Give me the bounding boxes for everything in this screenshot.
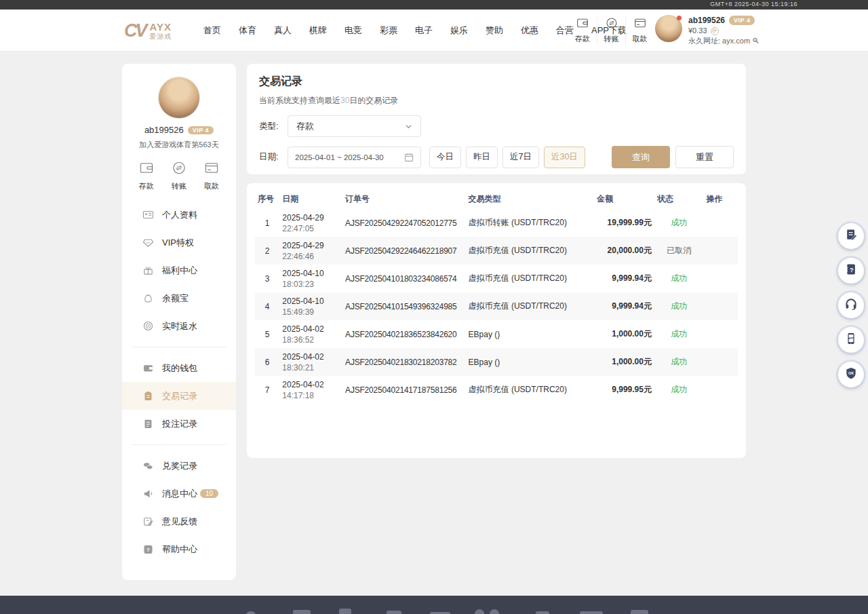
unread-count-badge: 10	[200, 489, 218, 498]
gift-icon	[142, 265, 154, 276]
cell-status: 成功	[654, 265, 704, 292]
security-ok-float-button[interactable]: OK	[838, 362, 864, 387]
profile-avatar[interactable]	[158, 77, 200, 119]
range-button-今日[interactable]: 今日	[429, 147, 461, 168]
date-range-input[interactable]: 2025-04-01 ~ 2025-04-30	[288, 147, 421, 168]
range-button-近30日[interactable]: 近30日	[544, 147, 585, 168]
transactions-table: 序号日期订单号交易类型金额状态操作 12025-04-2922:47:05AJS…	[255, 189, 738, 404]
cell-type: EBpay ()	[466, 320, 595, 348]
sidebar-action-转账[interactable]: 转账	[171, 161, 187, 191]
search-icon[interactable]: 🔍︎	[752, 36, 760, 46]
cell-amount: 20,000.00元	[594, 237, 654, 265]
main-nav: 首页体育真人棋牌电竞彩票电子娱乐赞助优惠合营APP下载	[203, 9, 627, 52]
cell-order-no: AJSF202504101803234086574	[342, 265, 466, 292]
cell-status: 成功	[654, 348, 704, 376]
sidebar-item-我的钱包[interactable]: 我的钱包	[122, 354, 236, 382]
cell-amount: 19,999.99元	[594, 209, 654, 237]
sidebar-item-帮助中心[interactable]: ?帮助中心	[122, 535, 236, 563]
sidebar-item-意见反馈[interactable]: 意见反馈	[122, 507, 236, 535]
partner-logo	[580, 611, 603, 614]
nav-item-9[interactable]: 赞助	[486, 24, 503, 37]
header-quick-actions: 存款转账取款	[568, 17, 654, 45]
feedback-icon	[142, 516, 154, 527]
sidebar-item-余额宝[interactable]: 余额宝	[122, 284, 236, 312]
partner-logo	[490, 609, 499, 614]
svg-text:?: ?	[146, 547, 150, 553]
cell-order-no: AJSF202504021836523842620	[342, 320, 466, 348]
table-row: 42025-04-1015:49:39AJSF20250410154939632…	[255, 292, 738, 320]
cell-operation	[704, 348, 738, 376]
nav-item-2[interactable]: 体育	[239, 24, 256, 37]
sidebar-item-消息中心[interactable]: 消息中心10	[122, 480, 236, 507]
profile-username: ab199526	[144, 125, 184, 135]
brand-logo[interactable]: CV AYX 爱游戏	[124, 19, 172, 42]
nav-item-10[interactable]: 优惠	[521, 24, 538, 37]
phone-app-icon: APP	[844, 332, 858, 348]
sidebar-action-存款[interactable]: 存款	[138, 161, 155, 191]
cell-operation	[704, 237, 738, 265]
vip-badge: VIP 4	[729, 16, 755, 25]
filter-card: 交易记录 当前系统支持查询最近30日的交易记录 类型: 存款 日期: 2025-…	[247, 64, 746, 174]
brand-logo-icon: CV	[124, 19, 146, 42]
table-row: 12025-04-2922:47:05AJSF20250429224705201…	[255, 209, 738, 237]
nav-item-8[interactable]: 娱乐	[450, 24, 468, 37]
partner-logo	[475, 609, 484, 614]
header-action-转账[interactable]: 转账	[597, 17, 625, 45]
record-edit-float-button[interactable]	[838, 223, 864, 249]
avatar[interactable]	[655, 15, 682, 42]
card-icon	[633, 17, 647, 32]
date-range-value: 2025-04-01 ~ 2025-04-30	[295, 153, 384, 161]
table-header-row: 序号日期订单号交易类型金额状态操作	[255, 189, 738, 209]
faq-float-button[interactable]: ?	[838, 258, 864, 284]
footer	[0, 596, 868, 614]
sidebar-item-兑奖记录[interactable]: 兑奖记录	[122, 452, 236, 480]
cell-date: 2025-04-0218:36:52	[279, 320, 342, 348]
table-row: 72025-04-0214:17:18AJSF20250402141718758…	[255, 376, 738, 404]
cell-type: EBpay ()	[466, 348, 595, 376]
transfer-icon	[605, 17, 618, 32]
cell-date: 2025-04-1018:03:23	[279, 265, 342, 292]
header-action-取款[interactable]: 取款	[625, 17, 654, 45]
cell-amount: 9,999.94元	[594, 292, 654, 320]
sidebar-action-取款[interactable]: 取款	[203, 161, 220, 191]
sidebar-item-VIP特权[interactable]: VIP特权	[122, 229, 236, 256]
doc-edit-icon	[844, 228, 858, 244]
sidebar-item-交易记录[interactable]: 交易记录	[122, 382, 236, 410]
cell-index: 6	[255, 348, 279, 376]
page-subtitle: 当前系统支持查询最近30日的交易记录	[259, 95, 734, 107]
joined-days-text: 加入爱游戏体育第563天	[122, 140, 236, 150]
nav-item-3[interactable]: 真人	[274, 24, 292, 37]
customer-service-float-button[interactable]	[838, 292, 864, 318]
reset-button[interactable]: 重置	[675, 146, 734, 168]
id-card-icon	[142, 209, 154, 220]
nav-item-5[interactable]: 电竞	[344, 24, 362, 37]
app-download-float-button[interactable]: APP	[838, 327, 864, 353]
nav-item-6[interactable]: 彩票	[380, 24, 397, 37]
gem-icon	[142, 237, 154, 248]
partner-logo	[293, 610, 311, 614]
search-button[interactable]: 查询	[612, 146, 670, 168]
type-select[interactable]: 存款	[288, 115, 421, 137]
wallet-icon	[576, 17, 589, 32]
range-button-近7日[interactable]: 近7日	[502, 147, 539, 168]
header-action-存款[interactable]: 存款	[568, 17, 597, 45]
nav-item-7[interactable]: 电子	[415, 24, 433, 37]
range-button-昨日[interactable]: 昨日	[466, 147, 498, 168]
book-question-icon: ?	[844, 263, 858, 279]
sidebar-item-实时返水[interactable]: 实时返水	[122, 312, 236, 340]
nav-item-4[interactable]: 棋牌	[309, 24, 327, 37]
user-area: ab199526 VIP 4 ¥0.33 ⟳ 永久网址: ayx.com 🔍︎	[655, 15, 760, 46]
cell-amount: 9,999.94元	[594, 265, 654, 292]
table-row: 62025-04-0218:30:21AJSF20250402183021820…	[255, 348, 738, 376]
column-header-状态: 状态	[654, 189, 704, 209]
svg-text:APP: APP	[848, 337, 854, 340]
nav-item-1[interactable]: 首页	[203, 24, 221, 37]
sidebar-item-个人资料[interactable]: 个人资料	[122, 201, 236, 229]
refresh-balance-icon[interactable]: ⟳	[711, 27, 719, 35]
sidebar-item-投注记录[interactable]: 投注记录	[122, 410, 236, 438]
cell-status: 成功	[654, 209, 704, 237]
sidebar-item-福利中心[interactable]: 福利中心	[122, 256, 236, 284]
table-row: 32025-04-1018:03:23AJSF20250410180323408…	[255, 265, 738, 292]
column-header-序号: 序号	[255, 189, 279, 209]
coins-icon	[142, 460, 154, 472]
